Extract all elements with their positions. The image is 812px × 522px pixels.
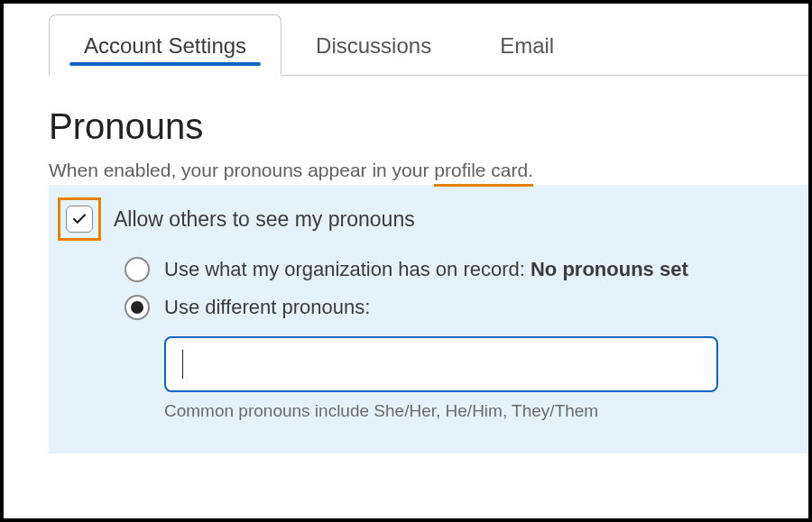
radio-row-different: Use different pronouns: xyxy=(125,295,794,320)
tab-account-settings[interactable]: Account Settings xyxy=(49,14,281,76)
pronouns-options-panel: Allow others to see my pronouns Use what… xyxy=(49,185,812,453)
radio-selected-dot-icon xyxy=(131,301,143,314)
radio-use-different[interactable] xyxy=(125,295,150,320)
radio-org-label: Use what my organization has on record: … xyxy=(164,258,688,281)
text-cursor-icon xyxy=(182,350,183,379)
section-description: When enabled, your pronouns appear in yo… xyxy=(49,160,808,181)
description-text-prefix: When enabled, your pronouns appear in yo… xyxy=(49,160,434,180)
description-text-suffix: . xyxy=(528,160,533,180)
pronoun-hint: Common pronouns include She/Her, He/Him,… xyxy=(164,401,794,421)
window-frame: Account Settings Discussions Email Prono… xyxy=(0,0,812,522)
tab-bar: Account Settings Discussions Email xyxy=(49,14,808,76)
radio-use-org-record[interactable] xyxy=(125,257,150,282)
pronoun-source-radio-group: Use what my organization has on record: … xyxy=(125,257,794,320)
radio-row-org: Use what my organization has on record: … xyxy=(125,257,794,282)
profile-card-link[interactable]: profile card xyxy=(434,160,528,181)
page-title: Pronouns xyxy=(49,106,808,147)
pronoun-text-input[interactable] xyxy=(164,336,718,392)
allow-pronouns-label: Allow others to see my pronouns xyxy=(114,207,415,232)
check-icon xyxy=(71,211,88,227)
radio-org-label-prefix: Use what my organization has on record: xyxy=(164,258,531,280)
tab-email[interactable]: Email xyxy=(466,15,588,75)
checkbox-highlight xyxy=(58,197,101,241)
radio-different-label: Use different pronouns: xyxy=(164,296,370,319)
allow-pronouns-row: Allow others to see my pronouns xyxy=(58,197,794,241)
allow-pronouns-checkbox[interactable] xyxy=(66,206,93,233)
pronoun-input-wrap: Common pronouns include She/Her, He/Him,… xyxy=(164,336,794,421)
tab-discussions[interactable]: Discussions xyxy=(281,15,466,75)
radio-org-value: No pronouns set xyxy=(531,258,688,280)
